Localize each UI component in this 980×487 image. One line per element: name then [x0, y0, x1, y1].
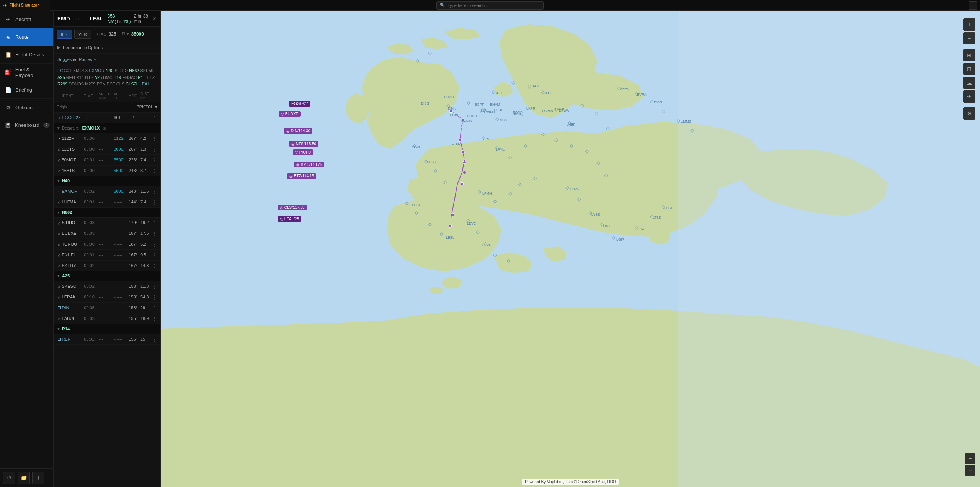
map-weather-button[interactable]: ☁	[963, 77, 975, 89]
wpt-menu-52bts[interactable]: ⋮	[152, 146, 157, 152]
svg-text:LOWW: LOWW	[542, 109, 554, 113]
wpt-dot-tonqu: △	[57, 242, 62, 246]
sidebar-item-kneeboard[interactable]: 📓 Kneeboard 7	[0, 116, 53, 134]
vfr-button[interactable]: VFR	[74, 30, 91, 39]
svg-text:ULLI: ULLI	[544, 91, 551, 95]
map-filter-button[interactable]: ⊟	[963, 63, 975, 75]
wpt-speed-tonqu: ---	[99, 242, 114, 246]
wpt-dist-sidho: 19.2	[140, 220, 152, 225]
a25-chevron-icon[interactable]: ▼	[57, 274, 60, 278]
map-traffic-button[interactable]: ✈	[963, 90, 975, 103]
r14-chevron-icon[interactable]: ▼	[57, 327, 60, 331]
wpt-dot-lufma: △	[57, 200, 62, 204]
wpt-speed-eggo: ---	[99, 115, 114, 120]
ifr-button[interactable]: IFR	[57, 30, 72, 39]
search-bar[interactable]: 🔍	[436, 1, 544, 10]
waypoint-row-lufma[interactable]: △ LUFMA 00:01 --- ------ 144° 7.4 ⋮	[54, 197, 160, 208]
wpt-menu-skeso[interactable]: ⋮	[152, 284, 157, 289]
wpt-menu-16bts[interactable]: ⋮	[152, 168, 157, 174]
n862-chevron-icon[interactable]: ▼	[57, 210, 60, 215]
header-dist: DistNM	[140, 92, 152, 100]
fullscreen-button[interactable]: ⛶	[969, 1, 977, 10]
waypoint-row-budxe[interactable]: △ BUDXE 00:03 --- ------ 187° 17.5 ⋮	[54, 228, 160, 239]
options-icon: ⚙	[5, 105, 11, 111]
wpt-menu-din[interactable]: ⋮	[152, 305, 157, 311]
wpt-hdg-enhel: 167°	[129, 253, 140, 257]
waypoint-row-50mot[interactable]: △ 50MOT 00:01 --- 3500 226° 7.4 ⋮	[54, 155, 160, 166]
load-button[interactable]: 📁	[18, 472, 30, 484]
sidebar-item-flight-details[interactable]: 📋 Flight Details	[0, 46, 53, 64]
wpt-ident-labul: LABUL	[62, 316, 84, 321]
sidebar-item-options[interactable]: ⚙ Options	[0, 99, 53, 116]
waypoint-row-tonqu[interactable]: △ TONQU 00:00 --- ------ 187° 5.2 ⋮	[54, 239, 160, 250]
waypoint-row-eggo[interactable]: ○ EGGO/27 --:-- --- 601 ---° --- ⋮	[54, 113, 160, 123]
wpt-menu-eggo[interactable]: ⋮	[152, 115, 157, 121]
ktas-value: 325	[109, 31, 116, 37]
wpt-menu-lufma[interactable]: ⋮	[152, 199, 157, 205]
suggested-routes-label: Suggested Routes →	[57, 57, 98, 62]
wpt-dot-ren	[57, 338, 62, 341]
wpt-menu-skery[interactable]: ⋮	[152, 263, 157, 269]
zoom-out-button-2[interactable]: −	[965, 465, 975, 476]
wpt-menu-budxe[interactable]: ⋮	[152, 231, 157, 236]
wpt-time-skeso: 00:02	[84, 284, 99, 289]
svg-text:EFHK: EFHK	[531, 84, 540, 88]
waypoint-row-52bts[interactable]: △ 52BTS 00:00 --- 3000 267° 1.3 ⋮	[54, 144, 160, 155]
waypoint-row-skeso[interactable]: △ SKESO 00:02 --- ------ 153° 11.8 ⋮	[54, 281, 160, 292]
sidebar-item-aircraft[interactable]: ✈ Aircraft	[0, 11, 53, 28]
map-zoom-in-button[interactable]: +	[963, 18, 975, 31]
search-input[interactable]	[448, 3, 540, 8]
waypoint-row-exmor[interactable]: ○ EXMOR 00:02 --- 6000 243° 11.5 ⋮	[54, 186, 160, 197]
departure-chevron-icon[interactable]: ▼	[57, 126, 60, 130]
waypoint-row-lerak[interactable]: △ LERAK 00:10 --- ------ 153° 54.3 ⋮	[54, 292, 160, 303]
waypoint-row-skery[interactable]: △ SKERY 00:02 --- ------ 167° 14.3 ⋮	[54, 261, 160, 271]
map-label-eggo-text: EGGO/27	[291, 102, 308, 106]
waypoint-row-enhel[interactable]: △ ENHEL 00:01 --- ------ 167° 9.5 ⋮	[54, 250, 160, 261]
wpt-speed-labul: ---	[99, 316, 114, 321]
reload-button[interactable]: ↺	[3, 472, 15, 484]
waypoint-row-labul[interactable]: △ LABUL 00:03 --- ------ 155° 18.9 ⋮	[54, 313, 160, 324]
map-label-piqfu-text: ▽ PIQFU	[295, 150, 311, 154]
briefing-icon: 📄	[5, 87, 11, 93]
map-zoom-out-button[interactable]: −	[963, 32, 975, 44]
wpt-menu-ren[interactable]: ⋮	[152, 336, 157, 342]
svg-point-17	[463, 171, 466, 174]
perf-options[interactable]: ▶ Performance Options	[54, 41, 160, 54]
wpt-menu-enhel[interactable]: ⋮	[152, 252, 157, 258]
svg-text:EDDH: EDDH	[494, 108, 504, 112]
map-settings-button[interactable]: ⚙	[963, 107, 975, 120]
waypoint-row-16bts[interactable]: △ 16BTS 00:00 --- 5500 243° 3.7 ⋮	[54, 166, 160, 176]
collapse-panel-button[interactable]: ◀	[160, 243, 161, 255]
wpt-menu-labul[interactable]: ⋮	[152, 316, 157, 321]
waypoint-table-header: Ident Time SpeedKIAS AltFT Hdg DistNM	[54, 90, 160, 102]
fuel-icon: ⛽	[5, 69, 11, 75]
waypoint-row-1122ft[interactable]: ● 1122FT 00:00 --- 1122 267° 4.2 ⋮	[54, 133, 160, 144]
sidebar-item-fuel-payload[interactable]: ⛽ Fuel & Payload	[0, 64, 53, 81]
zoom-in-button-2[interactable]: +	[965, 453, 975, 464]
airway-n862-label: N862	[62, 210, 72, 215]
waypoint-row-ren[interactable]: REN 00:02 --- ------ 156° 15 ⋮	[54, 334, 160, 345]
panel-close-button[interactable]: ✕	[152, 15, 157, 22]
sidebar-item-briefing[interactable]: 📄 Briefing	[0, 81, 53, 99]
map-layers-button[interactable]: ⊞	[963, 49, 975, 61]
svg-text:EISG: EISG	[421, 102, 430, 105]
wpt-menu-exmor[interactable]: ⋮	[152, 189, 157, 194]
wpt-menu-tonqu[interactable]: ⋮	[152, 241, 157, 247]
wpt-alt-labul: ------	[114, 316, 129, 321]
waypoint-row-sidho[interactable]: △ SIDHO 00:03 --- ------ 179° 19.2 ⋮	[54, 218, 160, 228]
wpt-hdg-50mot: 226°	[129, 157, 140, 162]
flight-panel: E66D →←→ LEAL 858 NM(+8.4%) 2 hr 38 min …	[54, 11, 161, 487]
map-area[interactable]: EGPF EGPH EINN EISG EGAC EGNR EGNT ESSA …	[161, 11, 980, 487]
n40-chevron-icon[interactable]: ▼	[57, 179, 60, 183]
svg-text:LEVC: LEVC	[467, 221, 476, 225]
wpt-speed-skery: ---	[99, 263, 114, 268]
sidebar-item-route[interactable]: ◈ Route	[0, 28, 53, 46]
wpt-menu-1122ft[interactable]: ⋮	[152, 136, 157, 141]
waypoint-row-din[interactable]: DIN 00:05 --- ------ 153° 29 ⋮	[54, 303, 160, 313]
save-button[interactable]: ⬇	[32, 472, 44, 484]
svg-text:LFMN: LFMN	[482, 192, 492, 195]
wpt-menu-50mot[interactable]: ⋮	[152, 157, 157, 163]
wpt-menu-lerak[interactable]: ⋮	[152, 294, 157, 300]
suggested-routes[interactable]: Suggested Routes →	[54, 54, 160, 65]
wpt-menu-sidho[interactable]: ⋮	[152, 220, 157, 226]
